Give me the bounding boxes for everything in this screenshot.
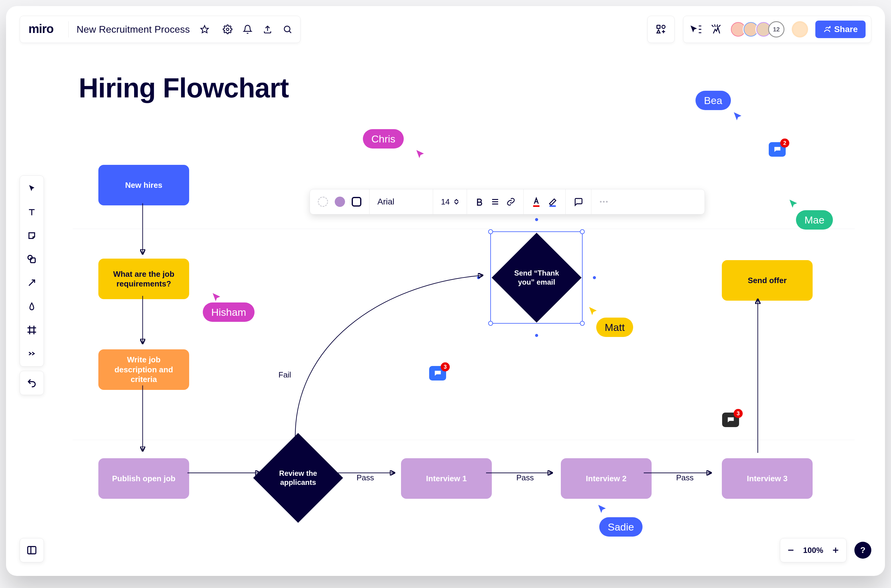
miro-logo[interactable]: miro	[29, 23, 60, 35]
cursor-pointer-icon	[414, 148, 427, 160]
shape-context-toolbar[interactable]: Arial 14	[310, 189, 705, 214]
highlight-icon[interactable]	[548, 196, 557, 207]
selection-box[interactable]	[490, 231, 583, 324]
ctx-comment[interactable]	[566, 189, 591, 214]
canvas[interactable]: Hiring Flowchart New hires What are the …	[60, 54, 867, 534]
comment-thread[interactable]: 2	[769, 142, 786, 157]
svg-point-2	[226, 28, 229, 30]
zoom-out-icon[interactable]	[787, 546, 795, 554]
comment-icon[interactable]	[574, 197, 583, 207]
shape-type-icon[interactable]	[352, 197, 361, 207]
ctx-colors[interactable]	[310, 189, 370, 214]
svg-rect-29	[436, 372, 440, 372]
node-publish[interactable]: Publish open job	[98, 458, 189, 499]
cursor-mae: Mae	[796, 210, 833, 230]
svg-line-5	[289, 31, 291, 33]
cursor-pointer-icon	[787, 198, 799, 210]
share-button[interactable]: Share	[815, 21, 865, 38]
comment-count: 3	[734, 409, 743, 418]
self-avatar[interactable]	[792, 21, 808, 38]
svg-rect-31	[729, 418, 733, 419]
text-tool-icon[interactable]	[24, 205, 39, 219]
node-interview3[interactable]: Interview 3	[722, 458, 813, 499]
diagram-title[interactable]: Hiring Flowchart	[79, 73, 289, 104]
font-name[interactable]: Arial	[377, 197, 394, 207]
ellipsis-icon[interactable]	[599, 200, 609, 203]
guide-line	[73, 229, 855, 229]
share-label: Share	[834, 24, 858, 34]
zoom-label[interactable]: 100%	[803, 546, 823, 555]
tool-rail	[20, 176, 44, 367]
pen-tool-icon[interactable]	[24, 299, 39, 314]
apps-icon[interactable]	[648, 16, 675, 43]
text-color-icon[interactable]	[532, 196, 541, 207]
avatar-overflow[interactable]: 12	[768, 21, 784, 38]
comment-thread[interactable]: 3	[722, 412, 739, 427]
bold-icon[interactable]	[475, 197, 484, 206]
shape-tool-icon[interactable]	[24, 252, 39, 267]
edge-label-pass: Pass	[516, 473, 534, 483]
star-icon[interactable]	[198, 22, 211, 36]
guide-line	[73, 440, 855, 440]
node-interview1[interactable]: Interview 1	[401, 458, 492, 499]
cursor-bea: Bea	[696, 91, 731, 110]
board-title[interactable]: New Recruitment Process	[77, 24, 190, 35]
comment-count: 2	[780, 138, 789, 148]
cursor-matt: Matt	[596, 318, 633, 337]
svg-line-11	[29, 280, 35, 286]
svg-point-26	[600, 201, 602, 202]
cursor-mode-icon[interactable]	[689, 22, 702, 36]
panel-toggle-icon[interactable]	[20, 538, 44, 562]
cursor-chris: Chris	[363, 129, 404, 148]
edge-label-pass: Pass	[676, 473, 694, 483]
sticky-tool-icon[interactable]	[24, 228, 39, 243]
svg-rect-30	[436, 373, 438, 374]
svg-rect-24	[533, 206, 539, 207]
ctx-more[interactable]	[591, 189, 616, 214]
svg-rect-9	[30, 258, 35, 263]
node-requirements[interactable]: What are the job requirements?	[98, 259, 189, 299]
cursor-pointer-icon	[210, 292, 223, 304]
top-right-toolbar: 12 Share	[648, 16, 871, 43]
divider	[68, 21, 69, 38]
node-new-hires[interactable]: New hires	[98, 165, 189, 206]
settings-icon[interactable]	[221, 22, 234, 36]
top-left-toolbar: miro New Recruitment Process	[20, 16, 301, 43]
more-tools-icon[interactable]	[24, 346, 39, 361]
align-icon[interactable]	[491, 197, 500, 206]
node-send-offer[interactable]: Send offer	[722, 260, 813, 301]
svg-point-7	[662, 26, 665, 29]
reactions-icon[interactable]	[709, 22, 723, 36]
edge-label-fail: Fail	[278, 370, 291, 380]
svg-rect-34	[775, 149, 778, 150]
ctx-font[interactable]: Arial	[370, 189, 433, 214]
help-button[interactable]: ?	[854, 542, 871, 559]
zoom-in-icon[interactable]	[832, 546, 840, 554]
svg-rect-32	[729, 420, 731, 420]
ctx-text-color[interactable]	[524, 189, 566, 214]
edge-label-pass: Pass	[356, 473, 374, 483]
svg-rect-33	[775, 148, 779, 148]
node-interview2[interactable]: Interview 2	[561, 458, 652, 499]
fill-color-swatch[interactable]	[335, 196, 345, 207]
collaborator-avatars[interactable]: 12	[730, 21, 784, 38]
svg-point-4	[284, 26, 290, 32]
svg-point-27	[603, 201, 605, 202]
border-style-icon[interactable]	[318, 196, 328, 207]
comment-thread[interactable]: 3	[429, 366, 446, 381]
undo-button[interactable]	[20, 371, 44, 395]
collab-cluster: 12 Share	[683, 16, 871, 43]
bell-icon[interactable]	[241, 22, 254, 36]
search-icon[interactable]	[281, 22, 294, 36]
link-icon[interactable]	[506, 197, 515, 206]
arrow-tool-icon[interactable]	[24, 276, 39, 290]
cursor-pointer-icon	[587, 306, 599, 318]
node-write-desc[interactable]: Write job description and criteria	[98, 350, 189, 390]
node-review[interactable]: Review the applicants	[253, 433, 343, 523]
select-tool-icon[interactable]	[24, 181, 39, 196]
ctx-font-size[interactable]: 14	[433, 189, 467, 214]
frame-tool-icon[interactable]	[24, 323, 39, 337]
ctx-text-style[interactable]	[467, 189, 524, 214]
comment-count: 3	[441, 362, 450, 371]
export-icon[interactable]	[261, 22, 274, 36]
